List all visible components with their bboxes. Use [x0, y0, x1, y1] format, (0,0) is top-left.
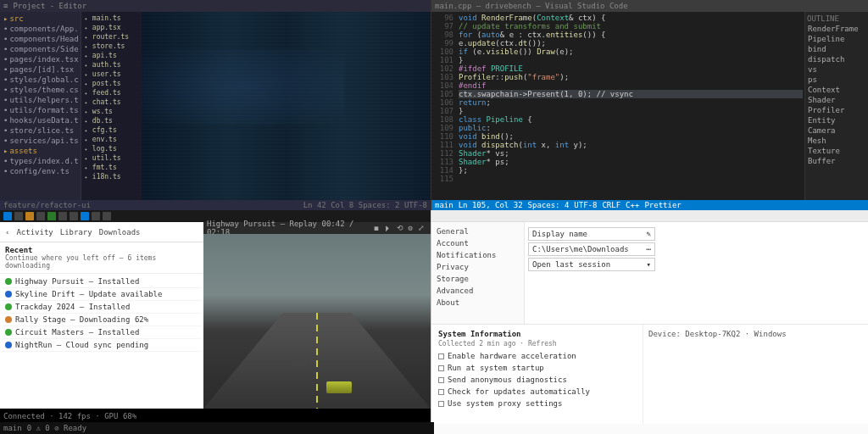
open-file-item[interactable]: ⬩ util.ts	[83, 153, 140, 163]
explorer-item[interactable]: •components/Sidebar.tsx	[2, 44, 79, 54]
video-toolbar[interactable]: Highway Pursuit — Replay 00:42 / 02:18 ◼…	[203, 222, 431, 234]
checkbox-icon[interactable]	[438, 401, 444, 407]
settings-nav[interactable]: GeneralAccountNotificationsPrivacyStorag…	[431, 222, 525, 324]
launcher-tab[interactable]: ‹	[5, 228, 9, 236]
global-statusbar[interactable]: main 0 ⚠ 0 ⊘ Ready	[0, 422, 434, 434]
explorer-item[interactable]: •components/Header.tsx	[2, 34, 79, 44]
open-editors[interactable]: ⬩ main.ts⬩ app.tsx⬩ router.ts⬩ store.ts⬩…	[81, 12, 142, 200]
start-icon[interactable]	[3, 212, 12, 220]
window-chrome[interactable]	[431, 210, 868, 222]
video-control-button[interactable]: ⤢	[415, 224, 427, 232]
game-list-item[interactable]: NightRun — Cloud sync pending	[2, 339, 202, 352]
outline-item[interactable]: Camera	[807, 125, 866, 136]
checkbox-icon[interactable]	[438, 377, 444, 383]
explorer-item[interactable]: •types/index.d.ts	[2, 156, 79, 166]
video-control-button[interactable]: ◼	[371, 224, 381, 232]
open-file-item[interactable]: ⬩ store.ts	[83, 42, 140, 51]
file-explorer[interactable]: ▸src•components/App.tsx•components/Heade…	[0, 12, 81, 200]
open-file-item[interactable]: ⬩ ws.ts	[83, 107, 140, 116]
task-icon[interactable]	[14, 212, 23, 220]
checkbox-row[interactable]: Send anonymous diagnostics	[435, 374, 639, 386]
task-icon[interactable]	[103, 212, 111, 220]
ide1-titlebar[interactable]: ≡ Project - Editor	[0, 0, 431, 12]
open-file-item[interactable]: ⬩ user.ts	[83, 70, 140, 79]
game-list-item[interactable]: Skyline Drift — Update available	[2, 288, 202, 301]
video-control-button[interactable]: ⏵	[381, 224, 394, 232]
editor-area[interactable]	[142, 12, 431, 200]
outline-panel[interactable]: OUTLINE RenderFramePipeline bind dispatc…	[804, 12, 868, 200]
menu-icon[interactable]: ≡	[3, 2, 8, 10]
settings-nav-item[interactable]: Notifications	[435, 249, 520, 261]
outline-item[interactable]: Texture	[807, 146, 866, 156]
game-list-item[interactable]: Circuit Masters — Installed	[2, 326, 202, 339]
open-file-item[interactable]: ⬩ cfg.ts	[83, 125, 140, 135]
task-icon[interactable]	[92, 212, 100, 220]
settings-nav-item[interactable]: General	[435, 225, 520, 237]
ide1-statusbar[interactable]: feature/refactor-ui Ln 42 Col 8 Spaces: …	[0, 200, 431, 210]
open-file-item[interactable]: ⬩ post.ts	[83, 79, 140, 88]
task-icon[interactable]	[47, 212, 56, 220]
task-icon[interactable]	[70, 212, 78, 220]
checkbox-row[interactable]: Check for updates automatically	[435, 386, 639, 398]
gameplay-viewport[interactable]	[203, 234, 431, 409]
explorer-item[interactable]: •utils/helpers.ts	[2, 95, 79, 105]
launcher-tab[interactable]: Activity	[16, 228, 53, 236]
startup-select[interactable]: Open last session ▾	[528, 258, 655, 271]
settings-nav-item[interactable]: Privacy	[435, 261, 520, 273]
launcher-tab[interactable]: Library	[60, 228, 92, 236]
status-item[interactable]: Prettier	[644, 201, 681, 209]
checkbox-row[interactable]: Enable hardware acceleration	[435, 350, 639, 362]
outline-item[interactable]: Context	[807, 85, 866, 95]
ide2-titlebar[interactable]: main.cpp — drivebench — Visual Studio Co…	[431, 0, 868, 12]
outline-item[interactable]: RenderFrame	[807, 24, 866, 34]
open-file-item[interactable]: ⬩ log.ts	[83, 144, 140, 153]
status-item[interactable]: C++	[626, 201, 639, 209]
edit-icon[interactable]: ✎	[647, 230, 651, 238]
settings-nav-item[interactable]: Advanced	[435, 285, 520, 297]
outline-item[interactable]: dispatch	[807, 54, 866, 64]
open-file-item[interactable]: ⬩ db.ts	[83, 116, 140, 125]
git-branch[interactable]: feature/refactor-ui	[3, 201, 91, 209]
checkbox-icon[interactable]	[438, 389, 444, 395]
chevron-down-icon[interactable]: ▾	[647, 260, 651, 269]
explorer-item[interactable]: •utils/format.ts	[2, 105, 79, 115]
checkbox-row[interactable]: Run at system startup	[435, 362, 639, 374]
explorer-item[interactable]: •styles/global.css	[2, 75, 79, 85]
outline-item[interactable]: Mesh	[807, 136, 866, 146]
outline-item[interactable]: Entity	[807, 115, 866, 125]
problems-indicator[interactable]: 0 ⚠ 0 ⊘ Ready	[27, 424, 86, 432]
task-icon[interactable]	[36, 212, 45, 220]
browse-icon[interactable]: ⋯	[647, 245, 651, 253]
explorer-item[interactable]: •config/env.ts	[2, 166, 79, 176]
open-file-item[interactable]: ⬩ env.ts	[83, 135, 140, 144]
open-file-item[interactable]: ⬩ feed.ts	[83, 88, 140, 97]
status-item[interactable]: Spaces: 4	[528, 201, 570, 209]
game-list-item[interactable]: Trackday 2024 — Installed	[2, 301, 202, 314]
outline-item[interactable]: Shader	[807, 95, 866, 105]
settings-nav-item[interactable]: Account	[435, 237, 520, 249]
outline-item[interactable]: ps	[807, 75, 866, 85]
explorer-item[interactable]: •components/App.tsx	[2, 24, 79, 34]
open-file-item[interactable]: ⬩ router.ts	[83, 32, 140, 42]
ide2-statusbar[interactable]: mainLn 105, Col 32Spaces: 4UTF-8CRLFC++P…	[431, 200, 868, 210]
open-file-item[interactable]: ⬩ chat.ts	[83, 97, 140, 107]
explorer-item[interactable]: •hooks/useData.ts	[2, 115, 79, 125]
game-list[interactable]: Highway Pursuit — InstalledSkyline Drift…	[0, 274, 203, 409]
outline-item[interactable]: bind	[807, 44, 866, 54]
task-icon[interactable]	[81, 212, 89, 220]
status-item[interactable]: UTF-8	[574, 201, 597, 209]
open-file-item[interactable]: ⬩ main.ts	[83, 14, 140, 23]
checkbox-icon[interactable]	[438, 365, 444, 371]
outline-item[interactable]: Pipeline	[807, 34, 866, 44]
game-list-item[interactable]: Rally Stage — Downloading 62%	[2, 314, 202, 326]
settings-nav-item[interactable]: About	[435, 297, 520, 309]
displayname-field[interactable]: Display name ✎	[528, 227, 655, 241]
explorer-item[interactable]: •styles/theme.css	[2, 85, 79, 95]
code-editor[interactable]: void RenderFrame(Context& ctx) { // upda…	[457, 12, 804, 200]
outline-item[interactable]: Buffer	[807, 156, 866, 166]
explorer-item[interactable]: •pages/[id].tsx	[2, 64, 79, 75]
launcher-tab[interactable]: Downloads	[99, 228, 141, 236]
open-file-item[interactable]: ⬩ fmt.ts	[83, 163, 140, 172]
checkbox-icon[interactable]	[438, 353, 444, 359]
branch-indicator[interactable]: main	[3, 424, 22, 432]
